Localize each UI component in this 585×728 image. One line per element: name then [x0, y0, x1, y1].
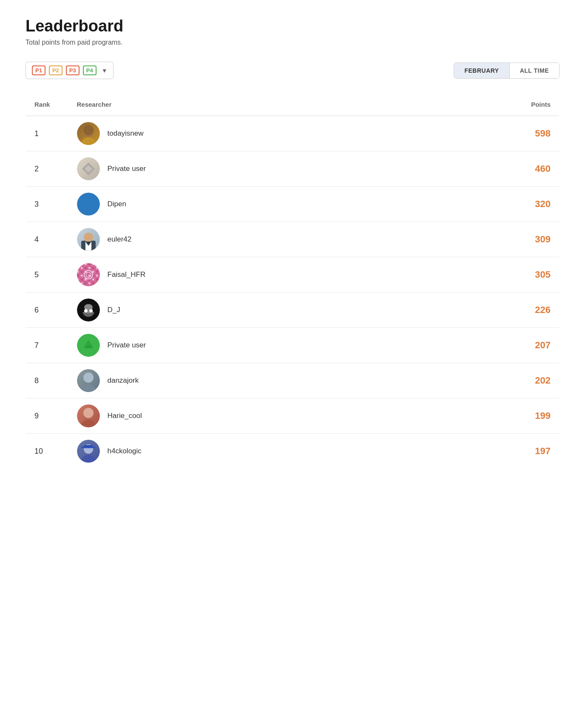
svg-rect-27: [85, 282, 87, 284]
svg-rect-21: [81, 282, 83, 284]
table-row: 4 euler42 309: [26, 222, 559, 257]
table-row: 5 Faisal_HFR 305: [26, 257, 559, 293]
page-subtitle: Total points from paid programs.: [26, 39, 559, 46]
svg-rect-22: [85, 263, 87, 265]
program-filter-dropdown[interactable]: P1 P2 P3 P4 ▼: [26, 62, 114, 79]
avatar: [77, 157, 100, 180]
svg-rect-35: [92, 267, 94, 269]
all-time-button[interactable]: ALL TIME: [510, 63, 559, 78]
points-cell: 207: [508, 328, 559, 363]
rank-cell: 7: [26, 328, 68, 363]
svg-rect-44: [96, 279, 98, 281]
rank-cell: 5: [26, 257, 68, 293]
svg-rect-29: [88, 267, 91, 269]
svg-rect-20: [81, 279, 83, 281]
svg-rect-42: [96, 271, 98, 273]
points-cell: 320: [508, 187, 559, 222]
svg-point-58: [81, 455, 96, 463]
table-row: 8 danzajork 202: [26, 363, 559, 398]
rank-cell: 9: [26, 398, 68, 434]
rank-column-header: Rank: [26, 93, 68, 116]
avatar: [77, 369, 100, 392]
svg-point-6: [84, 233, 93, 242]
avatar: [77, 193, 100, 216]
avatar: [77, 122, 100, 145]
points-cell: 305: [508, 257, 559, 293]
svg-point-0: [81, 137, 96, 145]
svg-rect-15: [77, 282, 79, 284]
researcher-name[interactable]: h4ckologic: [108, 447, 142, 455]
rank-cell: 8: [26, 363, 68, 398]
svg-rect-18: [81, 271, 83, 273]
table-row: 10 h4ckologic 197: [26, 434, 559, 469]
february-button[interactable]: FEBRUARY: [454, 63, 509, 78]
researcher-cell: Private user: [68, 151, 508, 187]
svg-point-50: [89, 309, 93, 313]
svg-rect-33: [88, 282, 91, 284]
leaderboard-table: Rank Researcher Points 1 todayisnew 598: [26, 93, 559, 469]
researcher-name[interactable]: Harie_cool: [108, 412, 142, 420]
svg-rect-40: [96, 263, 98, 265]
svg-rect-10: [77, 263, 79, 265]
svg-rect-23: [85, 267, 87, 269]
page-title: Leaderboard: [26, 17, 559, 35]
points-cell: 598: [508, 116, 559, 151]
svg-point-56: [81, 420, 96, 427]
badge-p4: P4: [83, 65, 97, 75]
svg-point-49: [84, 309, 88, 313]
points-cell: 202: [508, 363, 559, 398]
points-cell: 309: [508, 222, 559, 257]
researcher-name[interactable]: Faisal_HFR: [108, 270, 146, 279]
avatar: [77, 263, 100, 286]
researcher-name[interactable]: D_J: [108, 306, 120, 314]
table-row: 1 todayisnew 598: [26, 116, 559, 151]
svg-rect-12: [77, 271, 79, 273]
points-column-header: Points: [508, 93, 559, 116]
rank-cell: 2: [26, 151, 68, 187]
svg-point-55: [83, 373, 94, 383]
svg-rect-19: [81, 275, 83, 277]
rank-cell: 1: [26, 116, 68, 151]
researcher-cell: todayisnew: [68, 116, 508, 151]
svg-rect-43: [96, 275, 98, 277]
researcher-name[interactable]: Private user: [108, 165, 146, 173]
time-filter: FEBRUARY ALL TIME: [454, 63, 559, 79]
table-row: 6 D_J 226: [26, 293, 559, 328]
dropdown-arrow-icon: ▼: [102, 67, 108, 74]
researcher-name[interactable]: euler42: [108, 235, 132, 244]
rank-cell: 3: [26, 187, 68, 222]
svg-rect-11: [77, 267, 79, 269]
avatar: [77, 404, 100, 427]
rank-cell: 4: [26, 222, 68, 257]
researcher-cell: Faisal_HFR: [68, 257, 508, 293]
points-cell: 199: [508, 398, 559, 434]
svg-rect-39: [92, 282, 94, 284]
points-cell: 460: [508, 151, 559, 187]
researcher-cell: h4ckologic: [68, 434, 508, 469]
svg-rect-14: [77, 279, 79, 281]
table-row: 3 Dipen 320: [26, 187, 559, 222]
rank-cell: 10: [26, 434, 68, 469]
svg-rect-41: [96, 267, 98, 269]
avatar: [77, 299, 100, 321]
table-row: 7 Private user 207: [26, 328, 559, 363]
table-row: 9 Harie_cool 199: [26, 398, 559, 434]
svg-point-2: [83, 125, 94, 135]
researcher-name[interactable]: Private user: [108, 341, 146, 350]
researcher-cell: euler42: [68, 222, 508, 257]
svg-rect-16: [81, 263, 83, 265]
svg-point-54: [81, 384, 96, 392]
researcher-cell: Private user: [68, 328, 508, 363]
researcher-cell: D_J: [68, 293, 508, 328]
avatar: [77, 228, 100, 251]
controls-row: P1 P2 P3 P4 ▼ FEBRUARY ALL TIME: [26, 62, 559, 79]
rank-cell: 6: [26, 293, 68, 328]
researcher-name[interactable]: danzajork: [108, 376, 139, 385]
svg-rect-61: [81, 446, 96, 448]
svg-point-57: [83, 408, 94, 418]
researcher-name[interactable]: Dipen: [108, 200, 126, 208]
table-row: 2 Private user 460: [26, 151, 559, 187]
researcher-name[interactable]: todayisnew: [108, 129, 144, 138]
researcher-cell: danzajork: [68, 363, 508, 398]
svg-rect-28: [88, 263, 91, 265]
